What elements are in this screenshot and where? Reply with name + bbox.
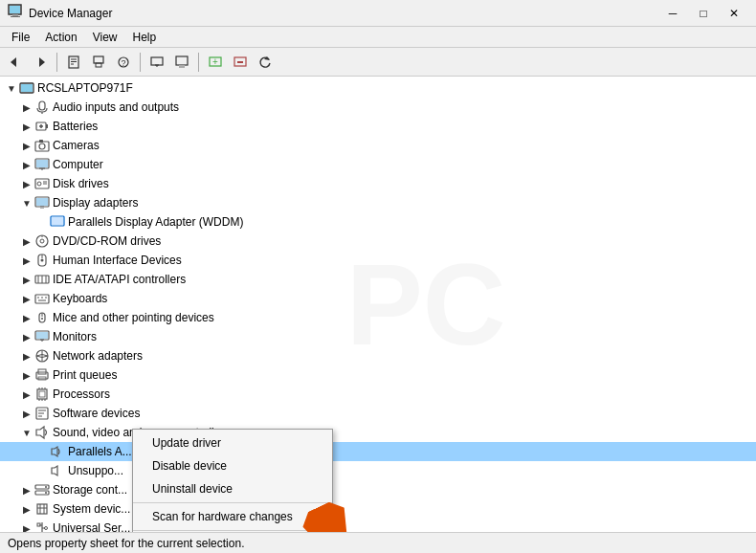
batteries-toggle[interactable]: ▶ [19, 119, 34, 134]
cameras-toggle[interactable]: ▶ [19, 138, 34, 153]
tree-storage[interactable]: ▶ Storage cont... [0, 480, 756, 499]
svg-text:?: ? [121, 58, 125, 68]
diskdrives-label: Disk drives [53, 177, 109, 190]
tree-parallels-audio[interactable]: · Parallels A... [0, 442, 756, 461]
tree-mice[interactable]: ▶ Mice and other pointing devices [0, 308, 756, 327]
toolbar-add[interactable]: + [204, 51, 227, 74]
sound-toggle[interactable]: ▼ [19, 425, 34, 440]
tree-audio[interactable]: ▶ Audio inputs and outputs [0, 98, 756, 117]
svg-rect-26 [39, 101, 45, 110]
displayadapters-label: Display adapters [53, 196, 138, 210]
tree-batteries[interactable]: ▶ Batteries [0, 117, 756, 136]
tree-processors[interactable]: ▶ Processors [0, 385, 756, 404]
processors-icon [34, 387, 50, 402]
usb-label: Universal Ser... [53, 521, 130, 532]
ide-label: IDE ATA/ATAPI controllers [53, 273, 186, 286]
tree-hid[interactable]: ▶ Human Interface Devices [0, 251, 756, 270]
tree-cameras[interactable]: ▶ Cameras [0, 136, 756, 155]
tree-root[interactable]: ▼ RCSLAPTOP971F [0, 78, 756, 98]
mice-toggle[interactable]: ▶ [19, 310, 34, 325]
displayadapters-icon [34, 195, 50, 210]
audio-toggle[interactable]: ▶ [19, 100, 34, 115]
ctx-update-driver[interactable]: Update driver [133, 431, 332, 454]
toolbar-remove[interactable] [229, 51, 252, 74]
close-button[interactable]: ✕ [720, 4, 748, 23]
tree-sound[interactable]: ▼ Sound, video and game controllers [0, 423, 756, 442]
tree-parallels-display[interactable]: · Parallels Display Adapter (WDDM) [0, 212, 756, 232]
processors-label: Processors [53, 387, 110, 401]
toolbar-properties[interactable] [62, 51, 85, 74]
svg-rect-18 [179, 65, 185, 68]
toolbar-refresh[interactable] [254, 51, 277, 74]
maximize-button[interactable]: □ [689, 4, 718, 23]
tree-ide[interactable]: ▶ IDE ATA/ATAPI controllers [0, 270, 756, 289]
menu-view[interactable]: View [85, 29, 125, 46]
hid-toggle[interactable]: ▶ [19, 253, 34, 268]
usb-toggle[interactable]: ▶ [19, 520, 34, 532]
storage-icon [34, 482, 50, 498]
svg-rect-101 [37, 523, 40, 526]
tree-usb[interactable]: ▶ Universal Ser... [0, 519, 756, 532]
computer-toggle[interactable]: ▶ [19, 157, 34, 172]
dvd-toggle[interactable]: ▶ [19, 233, 34, 249]
tree-printqueues[interactable]: ▶ Print queues [0, 365, 756, 385]
network-toggle[interactable]: ▶ [19, 348, 34, 364]
usb-icon [34, 520, 50, 532]
tree-diskdrives[interactable]: ▶ Disk drives [0, 174, 756, 193]
menu-help[interactable]: Help [125, 29, 165, 46]
app-icon [8, 4, 23, 22]
computer-label: Computer [53, 158, 103, 171]
menu-action[interactable]: Action [37, 29, 84, 46]
tree-view[interactable]: PC ▼ RCSLAPTOP971F ▶ Audio inputs and ou… [0, 77, 756, 532]
svg-rect-59 [35, 295, 49, 303]
unsupported-toggle: · [34, 463, 50, 478]
hid-label: Human Interface Devices [53, 254, 182, 267]
keyboards-toggle[interactable]: ▶ [19, 291, 34, 306]
root-toggle[interactable]: ▼ [4, 80, 19, 96]
ctx-disable-device[interactable]: Disable device [133, 454, 332, 477]
softwaredevices-toggle[interactable]: ▶ [19, 406, 34, 421]
parallels-display-icon [50, 214, 65, 230]
svg-rect-48 [52, 217, 63, 225]
toolbar: ? + [0, 48, 756, 77]
toolbar-display[interactable] [145, 51, 168, 74]
storage-toggle[interactable]: ▶ [19, 482, 34, 498]
svg-rect-77 [39, 391, 45, 397]
tree-keyboards[interactable]: ▶ Keyboards [0, 289, 756, 308]
ide-toggle[interactable]: ▶ [19, 272, 34, 287]
svg-rect-46 [40, 207, 44, 209]
svg-rect-3 [10, 6, 20, 13]
tree-displayadapters[interactable]: ▼ Display adapters [0, 193, 756, 212]
ctx-sep1 [133, 502, 332, 503]
ctx-scan-hardware[interactable]: Scan for hardware changes [133, 505, 332, 528]
svg-point-50 [40, 239, 44, 243]
tree-network[interactable]: ▶ Network adapters [0, 346, 756, 365]
toolbar-monitor[interactable] [170, 51, 193, 74]
tree-monitors[interactable]: ▶ Monitors [0, 327, 756, 346]
monitors-toggle[interactable]: ▶ [19, 329, 34, 344]
processors-toggle[interactable]: ▶ [19, 387, 34, 402]
toolbar-help[interactable]: ? [112, 51, 135, 74]
parallels-audio-label: Parallels A... [68, 445, 132, 458]
tree-computer[interactable]: ▶ Computer [0, 155, 756, 174]
svg-text:+: + [212, 56, 218, 67]
printqueues-toggle[interactable]: ▶ [19, 367, 34, 383]
tree-softwaredevices[interactable]: ▶ Software devices [0, 404, 756, 423]
batteries-icon [34, 119, 50, 134]
toolbar-forward[interactable] [29, 51, 52, 74]
tree-dvd[interactable]: ▶ DVD/CD-ROM drives [0, 232, 756, 251]
toolbar-back[interactable] [4, 51, 27, 74]
tree-systemdevices[interactable]: ▶ System devic... [0, 499, 756, 519]
diskdrives-toggle[interactable]: ▶ [19, 176, 34, 191]
systemdevices-toggle[interactable]: ▶ [19, 501, 34, 517]
svg-rect-76 [37, 389, 47, 399]
ctx-uninstall-device[interactable]: Uninstall device [133, 477, 332, 500]
toolbar-sep2 [140, 53, 141, 72]
menu-file[interactable]: File [4, 29, 37, 46]
sound-icon [34, 425, 50, 440]
tree-unsupported[interactable]: · Unsuppo... [0, 461, 756, 480]
toolbar-scan[interactable] [87, 51, 110, 74]
svg-rect-68 [36, 332, 48, 339]
minimize-button[interactable]: ─ [658, 4, 687, 23]
displayadapters-toggle[interactable]: ▼ [19, 195, 34, 210]
